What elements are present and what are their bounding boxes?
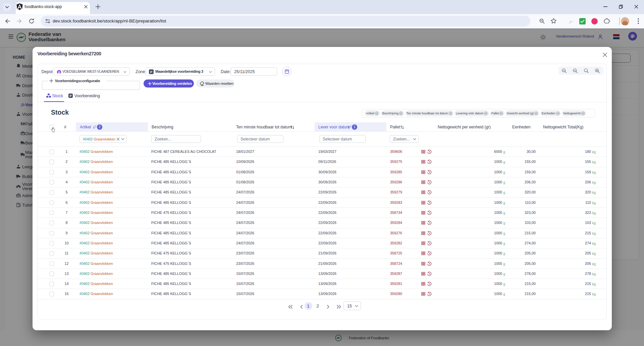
svg-text:P: P: [150, 70, 153, 74]
svg-text:P: P: [69, 94, 71, 98]
